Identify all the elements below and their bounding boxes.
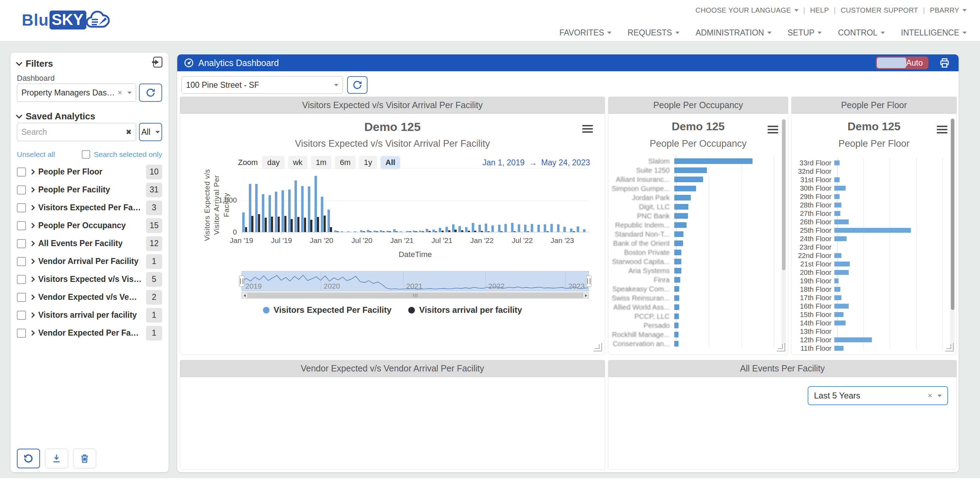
zoom-button-wk[interactable]: wk (288, 156, 307, 169)
search-selected-only-checkbox[interactable] (82, 150, 90, 159)
search-input[interactable] (21, 128, 126, 137)
item-checkbox[interactable] (17, 185, 26, 195)
navigator-handle-right[interactable] (586, 276, 592, 287)
item-checkbox[interactable] (17, 293, 26, 302)
search-clear-icon[interactable]: ✖ (126, 128, 132, 136)
analytics-list-item[interactable]: Visitors arrival per facility 1 (17, 306, 162, 324)
navigator-handle-left[interactable] (239, 276, 244, 287)
filters-collapse-button[interactable] (151, 56, 164, 69)
auto-toggle[interactable]: Auto (876, 56, 928, 69)
hbar-label: Digit, LLC (611, 203, 674, 211)
auto-toggle-slider[interactable] (877, 57, 906, 68)
item-checkbox[interactable] (17, 167, 26, 177)
brand-logo-text-right: SKY (49, 11, 86, 29)
panel-events: All Events Per Facility Last 5 Years × (608, 360, 957, 469)
analytics-list-item[interactable]: People Per Facility 31 (17, 181, 162, 199)
nav-item-requests[interactable]: REQUESTS (628, 28, 679, 38)
panel-floor-header[interactable]: People Per Floor (792, 97, 956, 114)
brand-logo[interactable]: BluSKY (22, 9, 114, 31)
hbar-row: 32nd Floor (794, 167, 950, 175)
saved-analytics-header[interactable]: Saved Analytics (17, 111, 95, 122)
navigator[interactable]: 20192020202120222023 (242, 271, 589, 292)
panel-scrollbar[interactable] (781, 119, 786, 349)
panel-occupancy-header[interactable]: People Per Occupancy (608, 97, 788, 114)
scrollbar-thumb[interactable] (951, 119, 955, 310)
resize-handle[interactable] (593, 343, 602, 351)
resize-handle[interactable] (945, 343, 954, 351)
item-label: People Per Floor (38, 167, 142, 177)
item-checkbox[interactable] (17, 329, 26, 338)
bar-group (556, 168, 563, 232)
topbar-language[interactable]: CHOOSE YOUR LANGUAGE (695, 6, 798, 14)
bar-group (320, 168, 327, 232)
unselect-all-link[interactable]: Unselect all (17, 150, 55, 159)
legend-item[interactable]: Visitors arrival per facility (408, 305, 522, 315)
print-button[interactable] (939, 57, 950, 69)
topbar-support[interactable]: CUSTOMER SUPPORT (841, 6, 918, 14)
analytics-list-item[interactable]: Vendor Expected v/s Vendor Arri... 2 (17, 288, 162, 306)
item-checkbox[interactable] (17, 311, 26, 320)
bar-group (438, 168, 445, 232)
item-checkbox[interactable] (17, 203, 26, 212)
dashboard-select[interactable]: Property Managers Dashboard × (17, 84, 136, 102)
hbar (834, 211, 840, 216)
dashboard-refresh-button[interactable] (139, 84, 162, 102)
panel-events-header[interactable]: All Events Per Facility (608, 360, 956, 377)
item-checkbox[interactable] (17, 239, 26, 248)
nav-item-control[interactable]: CONTROL (838, 28, 885, 38)
hbar-label: Starwood Capita... (611, 258, 674, 266)
clear-icon[interactable]: × (928, 391, 932, 400)
panel-scrollbar[interactable] (950, 118, 955, 349)
panel-visitors-header[interactable]: Visitors Expected v/s Visitor Arrival Pe… (180, 97, 605, 114)
hbar (674, 323, 678, 328)
filters-section-header[interactable]: Filters (17, 58, 53, 69)
nav-item-setup[interactable]: SETUP (788, 28, 822, 38)
analytics-list-item[interactable]: People Per Floor 10 (17, 163, 162, 181)
zoom-button-1m[interactable]: 1m (311, 156, 332, 169)
search-scope-all-button[interactable]: All (139, 123, 162, 141)
analytics-list-item[interactable]: All Events Per Facility 12 (17, 234, 162, 252)
legend-item[interactable]: Visitors Expected Per Facility (263, 305, 392, 315)
analytics-list-item[interactable]: Vendor Expected Per Facility 1 (17, 324, 162, 342)
facility-refresh-button[interactable] (347, 76, 368, 94)
analytics-list-item[interactable]: People Per Occupancy 15 (17, 217, 162, 234)
range-to-input[interactable]: May 24, 2023 (541, 158, 590, 167)
saved-analytics-title: Saved Analytics (25, 111, 95, 122)
nav-item-administration[interactable]: ADMINISTRATION (696, 28, 772, 38)
topbar-help[interactable]: HELP (810, 6, 829, 14)
chevron-down-icon (675, 32, 679, 34)
hbar-label: 24th Floor (794, 235, 834, 243)
chevron-down-icon (963, 9, 967, 11)
analytics-list-item[interactable]: Vendor Arrival Per Facility 1 (17, 252, 162, 270)
zoom-button-all[interactable]: All (380, 156, 400, 169)
item-checkbox[interactable] (17, 257, 26, 266)
resize-handle[interactable] (777, 343, 785, 351)
panel-vendor-header[interactable]: Vendor Expected v/s Vendor Arrival Per F… (180, 360, 605, 377)
nav-item-favorites[interactable]: FAVORITES (560, 28, 611, 38)
scrollbar-grip[interactable] (413, 294, 417, 297)
item-checkbox[interactable] (17, 221, 26, 230)
zoom-button-day[interactable]: day (262, 156, 284, 169)
hbar-label: 26th Floor (794, 218, 834, 226)
chevron-right-icon (30, 295, 35, 300)
analytics-list-item[interactable]: Visitors Expected Per Facility 3 (17, 199, 162, 217)
nav-item-intelligence[interactable]: INTELLIGENCE (901, 28, 967, 38)
sidebar-delete-button[interactable] (73, 449, 96, 468)
sidebar-download-button[interactable] (45, 449, 68, 468)
zoom-button-1y[interactable]: 1y (359, 156, 377, 169)
clear-icon[interactable]: × (118, 88, 122, 97)
scrollbar-thumb[interactable] (782, 120, 786, 270)
range-from-input[interactable]: Jan 1, 2019 (482, 158, 524, 167)
zoom-button-6m[interactable]: 6m (335, 156, 356, 169)
topbar-user-menu[interactable]: PBARRY (930, 6, 967, 14)
scroll-left-arrow[interactable] (242, 293, 248, 298)
date-range: Jan 1, 2019 → May 24, 2023 (482, 158, 590, 167)
hbar-label: 18th Floor (794, 285, 834, 293)
navigator-scrollbar[interactable] (242, 292, 589, 298)
events-range-select[interactable]: Last 5 Years × (808, 386, 948, 405)
scroll-right-arrow[interactable] (583, 293, 589, 298)
facility-select[interactable]: 100 Pine Street - SF (181, 76, 343, 94)
analytics-list-item[interactable]: Visitors Expected v/s Visitor Arri... 5 (17, 270, 162, 288)
sidebar-reset-button[interactable] (17, 449, 40, 468)
item-checkbox[interactable] (17, 275, 26, 284)
